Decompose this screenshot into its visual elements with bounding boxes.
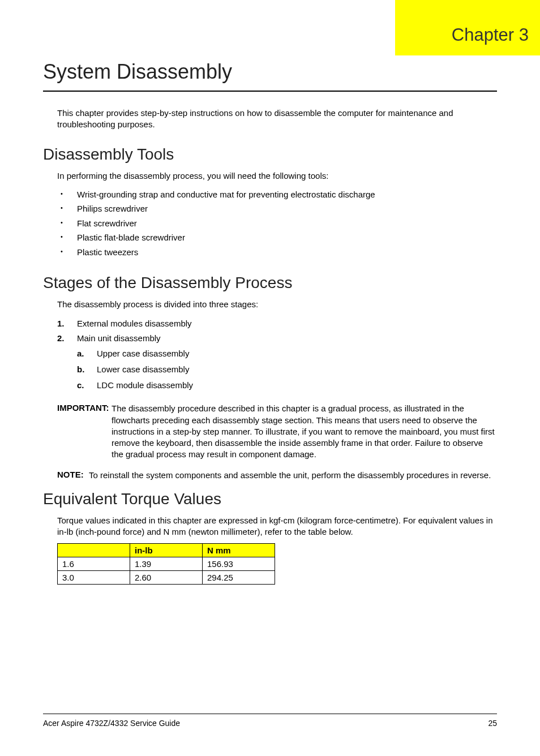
table-cell: 1.6	[58, 557, 130, 571]
table-header: in-lb	[130, 544, 203, 557]
tools-lead: In performing the disassembly process, y…	[57, 170, 497, 182]
list-marker: c.	[77, 377, 84, 393]
table-cell: 294.25	[203, 571, 275, 585]
list-item: Wrist-grounding strap and conductive mat…	[57, 187, 497, 202]
footer-left: Acer Aspire 4732Z/4332 Service Guide	[43, 719, 180, 728]
table-cell: 3.0	[58, 571, 130, 585]
list-item: Flat screwdriver	[57, 216, 497, 231]
list-item: 2. Main unit disassembly a. Upper case d…	[57, 331, 497, 393]
table-header-row: in-lb N mm	[58, 544, 275, 557]
table-header	[58, 544, 130, 557]
important-label: IMPORTANT:	[57, 403, 112, 460]
list-item: Plastic flat-blade screwdriver	[57, 230, 497, 245]
table-header: N mm	[203, 544, 275, 557]
list-text: External modules disassembly	[77, 319, 192, 328]
stages-sublist: a. Upper case disassembly b. Lower case …	[77, 346, 497, 393]
note-body: To reinstall the system components and a…	[89, 470, 491, 481]
torque-lead: Torque values indicated in this chapter …	[57, 515, 497, 538]
torque-table: in-lb N mm 1.6 1.39 156.93 3.0 2.60 294.…	[57, 543, 275, 585]
list-marker: a.	[77, 346, 84, 362]
footer-page-number: 25	[488, 719, 497, 728]
list-item: 1. External modules disassembly	[57, 316, 497, 331]
table-cell: 2.60	[130, 571, 203, 585]
stages-heading: Stages of the Disassembly Process	[43, 274, 497, 292]
list-text: Upper case disassembly	[97, 349, 189, 358]
list-marker: 2.	[57, 331, 65, 346]
list-marker: b.	[77, 362, 84, 377]
note-callout: NOTE: To reinstall the system components…	[57, 470, 497, 481]
list-marker: 1.	[57, 316, 65, 331]
table-cell: 156.93	[203, 557, 275, 571]
list-text: Main unit disassembly	[77, 333, 161, 343]
list-text: Lower case disassembly	[97, 364, 189, 374]
intro-paragraph: This chapter provides step-by-step instr…	[57, 108, 497, 131]
list-item: Plastic tweezers	[57, 245, 497, 260]
table-row: 1.6 1.39 156.93	[58, 557, 275, 571]
list-item: c. LDC module disassembly	[77, 377, 497, 393]
important-callout: IMPORTANT: The disassembly procedure des…	[57, 403, 497, 460]
page-footer: Acer Aspire 4732Z/4332 Service Guide 25	[43, 714, 497, 728]
table-cell: 1.39	[130, 557, 203, 571]
stages-lead: The disassembly process is divided into …	[57, 299, 497, 310]
chapter-badge: Chapter 3	[395, 0, 540, 55]
chapter-label: Chapter 3	[452, 25, 529, 45]
list-item: Philips screwdriver	[57, 201, 497, 216]
tools-list: Wrist-grounding strap and conductive mat…	[57, 187, 497, 260]
list-item: a. Upper case disassembly	[77, 346, 497, 362]
torque-heading: Equivalent Torque Values	[43, 490, 497, 508]
list-item: b. Lower case disassembly	[77, 362, 497, 377]
document-page: Chapter 3 System Disassembly This chapte…	[0, 0, 540, 756]
note-label: NOTE:	[57, 470, 89, 481]
important-body: The disassembly procedure described in t…	[112, 403, 497, 460]
table-row: 3.0 2.60 294.25	[58, 571, 275, 585]
page-title: System Disassembly	[43, 60, 497, 92]
list-text: LDC module disassembly	[97, 380, 193, 390]
tools-heading: Disassembly Tools	[43, 145, 497, 164]
stages-list: 1. External modules disassembly 2. Main …	[57, 316, 497, 393]
